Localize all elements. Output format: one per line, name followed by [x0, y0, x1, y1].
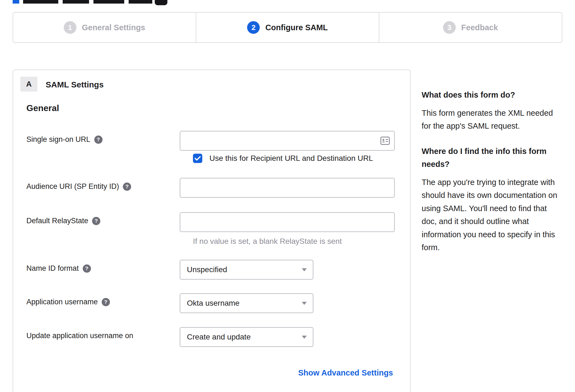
relay-state-row: Default RelayState ? — [26, 212, 395, 232]
relay-state-input[interactable] — [180, 212, 395, 232]
step-feedback[interactable]: 3 Feedback — [379, 13, 562, 42]
general-section-heading: General — [26, 103, 59, 113]
step-configure-saml[interactable]: 2 Configure SAML — [196, 13, 379, 42]
sso-url-input-wrap — [180, 131, 395, 151]
step-number: 3 — [443, 21, 456, 34]
wizard-stepper: 1 General Settings 2 Configure SAML 3 Fe… — [13, 12, 562, 43]
update-username-select[interactable]: Create and update — [180, 327, 313, 347]
selected-value: Unspecified — [187, 265, 227, 274]
name-id-format-label: Name ID format ? — [26, 260, 180, 273]
help-answer-1: This form generates the XML needed for t… — [422, 107, 562, 133]
section-a-badge: A — [20, 77, 37, 92]
chevron-down-icon — [302, 268, 307, 271]
update-username-row: Update application username on Create an… — [26, 327, 313, 347]
contact-card-icon[interactable] — [380, 136, 390, 145]
clipped-title-fragment — [93, 0, 124, 4]
help-question-1: What does this form do? — [422, 89, 562, 102]
audience-uri-label: Audience URI (SP Entity ID) ? — [26, 178, 180, 191]
update-username-label: Update application username on — [26, 327, 180, 340]
clipped-title-fragment — [63, 0, 89, 4]
sso-url-label: Single sign-on URL ? — [26, 131, 180, 144]
sso-url-input[interactable] — [180, 131, 395, 151]
audience-uri-input[interactable] — [180, 178, 395, 198]
application-username-row: Application username ? Okta username — [26, 293, 313, 313]
relay-state-label: Default RelayState ? — [26, 212, 180, 225]
recipient-url-checkbox-label[interactable]: Use this for Recipient URL and Destinati… — [209, 154, 373, 163]
help-icon[interactable]: ? — [92, 217, 100, 225]
recipient-url-checkbox[interactable] — [193, 154, 202, 163]
clipped-brand-bar — [13, 0, 19, 4]
clipped-title-fragment — [129, 0, 152, 4]
step-label: General Settings — [82, 23, 145, 32]
check-icon — [195, 156, 201, 161]
panel-title: SAML Settings — [46, 80, 104, 89]
step-label: Configure SAML — [265, 23, 328, 32]
step-number: 1 — [64, 21, 76, 34]
selected-value: Create and update — [187, 333, 251, 341]
help-icon[interactable]: ? — [123, 183, 131, 191]
help-sidebar: What does this form do? This form genera… — [422, 89, 562, 266]
clipped-lock-icon — [155, 0, 167, 5]
application-username-label: Application username ? — [26, 293, 180, 306]
selected-value: Okta username — [187, 299, 239, 308]
clipped-title-fragment — [23, 0, 58, 4]
help-answer-2: The app you're trying to integrate with … — [422, 176, 562, 254]
name-id-format-select[interactable]: Unspecified — [180, 260, 313, 280]
chevron-down-icon — [302, 336, 307, 339]
chevron-down-icon — [302, 302, 307, 305]
application-username-select[interactable]: Okta username — [180, 293, 313, 313]
configure-saml-page: 1 General Settings 2 Configure SAML 3 Fe… — [0, 0, 575, 392]
help-icon[interactable]: ? — [102, 298, 110, 306]
recipient-url-checkbox-row: Use this for Recipient URL and Destinati… — [193, 154, 373, 163]
help-icon[interactable]: ? — [83, 264, 91, 273]
relay-state-hint: If no value is set, a blank RelayState i… — [193, 237, 342, 246]
step-number: 2 — [247, 21, 260, 34]
saml-settings-panel: A SAML Settings General Single sign-on U… — [13, 70, 411, 392]
help-question-2: Where do I find the info this form needs… — [422, 145, 562, 171]
audience-uri-row: Audience URI (SP Entity ID) ? — [26, 178, 395, 198]
show-advanced-settings-link[interactable]: Show Advanced Settings — [298, 368, 393, 377]
help-icon[interactable]: ? — [94, 136, 103, 144]
name-id-format-row: Name ID format ? Unspecified — [26, 260, 313, 280]
step-label: Feedback — [461, 23, 498, 32]
step-general-settings[interactable]: 1 General Settings — [13, 13, 196, 42]
sso-url-row: Single sign-on URL ? — [26, 131, 395, 151]
